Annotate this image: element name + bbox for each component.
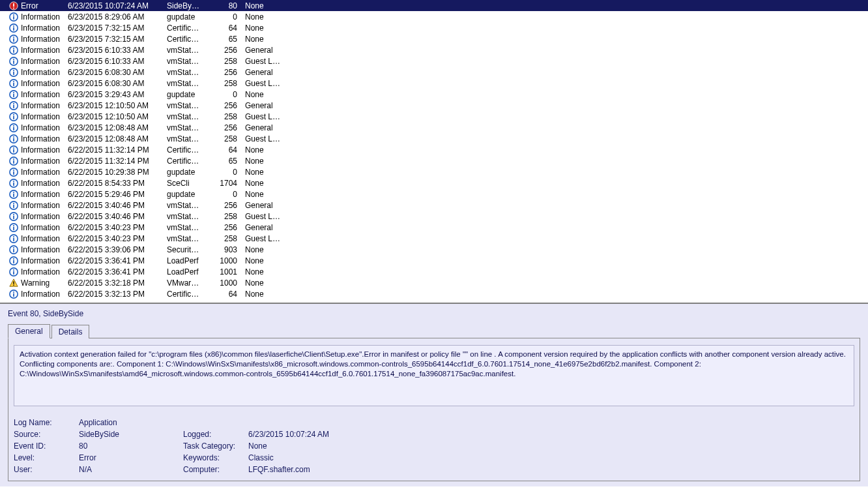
information-icon <box>9 134 18 143</box>
event-date: 6/22/2015 11:32:14 PM <box>65 144 164 155</box>
information-icon <box>9 190 18 199</box>
svg-rect-74 <box>13 271 14 274</box>
information-icon <box>9 101 18 110</box>
event-id: 258 <box>212 233 242 244</box>
warning-icon <box>9 278 18 288</box>
event-id: 1704 <box>212 177 242 188</box>
table-row[interactable]: Error6/23/2015 10:07:24 AMSideBy…80None <box>0 0 868 11</box>
event-category: None <box>242 277 288 288</box>
svg-rect-65 <box>13 237 14 241</box>
svg-rect-16 <box>13 59 14 60</box>
table-row[interactable]: Information6/22/2015 3:40:46 PMvmStat…25… <box>0 200 868 211</box>
event-category: None <box>242 22 288 33</box>
table-row[interactable]: Information6/22/2015 3:40:23 PMvmStat…25… <box>0 222 868 233</box>
table-row[interactable]: Information6/22/2015 3:39:06 PMSecurit…9… <box>0 244 868 255</box>
event-date: 6/22/2015 3:36:41 PM <box>65 266 164 277</box>
table-row[interactable]: Information6/23/2015 12:08:48 AMvmStat…2… <box>0 133 868 144</box>
table-row[interactable]: Information6/23/2015 6:08:30 AMvmStat…25… <box>0 67 868 78</box>
svg-rect-2 <box>13 7 14 8</box>
svg-rect-67 <box>13 247 14 248</box>
event-date: 6/22/2015 3:40:46 PM <box>65 211 164 222</box>
event-list-pane: Error6/23/2015 10:07:24 AMSideBy…80NoneI… <box>0 0 868 304</box>
label-keywords: Keywords: <box>183 453 248 462</box>
event-id: 0 <box>212 166 242 177</box>
svg-rect-47 <box>13 171 14 174</box>
table-row[interactable]: Information6/23/2015 6:10:33 AMvmStat…25… <box>0 44 868 55</box>
table-row[interactable]: Information6/22/2015 3:36:41 PMLoadPerf1… <box>0 255 868 266</box>
table-row[interactable]: Information6/23/2015 8:29:06 AMgupdate0N… <box>0 11 868 22</box>
table-row[interactable]: Information6/22/2015 8:54:33 PMSceCli170… <box>0 177 868 188</box>
event-source: vmStat… <box>164 211 212 222</box>
svg-rect-71 <box>13 260 14 263</box>
table-row[interactable]: Information6/23/2015 7:32:15 AMCertific…… <box>0 22 868 33</box>
event-source: Certific… <box>164 22 212 33</box>
event-message: Activation context generation failed for… <box>14 345 854 406</box>
event-id: 0 <box>212 188 242 200</box>
table-row[interactable]: Information6/22/2015 3:36:41 PMLoadPerf1… <box>0 266 868 277</box>
table-row[interactable]: Information6/22/2015 3:40:46 PMvmStat…25… <box>0 211 868 222</box>
tab-general[interactable]: General <box>8 324 50 338</box>
table-row[interactable]: Information6/23/2015 3:29:43 AMgupdate0N… <box>0 89 868 100</box>
event-level: Information <box>21 234 60 243</box>
table-row[interactable]: Information6/22/2015 11:32:14 PMCertific… <box>0 155 868 166</box>
information-icon <box>9 223 18 232</box>
event-id: 258 <box>212 78 242 89</box>
event-category: Guest L… <box>242 55 288 67</box>
event-id: 1000 <box>212 277 242 288</box>
information-icon <box>9 168 18 177</box>
table-row[interactable]: Warning6/22/2015 3:32:18 PMVMwar…1000Non… <box>0 277 868 288</box>
event-date: 6/23/2015 12:10:50 AM <box>65 100 164 111</box>
event-id: 258 <box>212 133 242 144</box>
table-row[interactable]: Information6/23/2015 6:08:30 AMvmStat…25… <box>0 78 868 89</box>
table-row[interactable]: Information6/23/2015 6:10:33 AMvmStat…25… <box>0 55 868 67</box>
svg-rect-29 <box>13 104 14 108</box>
svg-rect-79 <box>13 291 14 293</box>
information-icon <box>9 57 18 66</box>
tab-details[interactable]: Details <box>51 325 90 338</box>
table-row[interactable]: Information6/22/2015 11:32:14 PMCertific… <box>0 144 868 155</box>
event-level: Information <box>21 145 60 155</box>
event-date: 6/23/2015 6:10:33 AM <box>65 55 164 67</box>
table-row[interactable]: Information6/23/2015 12:10:50 AMvmStat…2… <box>0 111 868 122</box>
svg-rect-56 <box>13 204 14 207</box>
table-row[interactable]: Information6/23/2015 12:10:50 AMvmStat…2… <box>0 100 868 111</box>
event-category: Guest L… <box>242 78 288 89</box>
svg-rect-77 <box>13 284 14 285</box>
event-id: 256 <box>212 100 242 111</box>
svg-rect-11 <box>13 38 14 41</box>
information-icon <box>9 46 18 55</box>
table-row[interactable]: Information6/23/2015 12:08:48 AMvmStat…2… <box>0 122 868 133</box>
event-category: None <box>242 244 288 255</box>
svg-rect-38 <box>13 138 14 141</box>
event-category: None <box>242 255 288 266</box>
svg-rect-17 <box>13 60 14 63</box>
svg-rect-8 <box>13 27 14 30</box>
event-source: vmStat… <box>164 233 212 244</box>
table-row[interactable]: Information6/22/2015 5:29:46 PMgupdate0N… <box>0 188 868 200</box>
table-row[interactable]: Information6/22/2015 3:32:13 PMCertific…… <box>0 288 868 299</box>
svg-rect-59 <box>13 215 14 218</box>
event-date: 6/22/2015 3:32:18 PM <box>65 277 164 288</box>
value-keywords: Classic <box>248 453 379 462</box>
event-table[interactable]: Error6/23/2015 10:07:24 AMSideBy…80NoneI… <box>0 0 868 299</box>
event-date: 6/23/2015 12:08:48 AM <box>65 122 164 133</box>
label-task: Task Category: <box>183 441 248 451</box>
table-row[interactable]: Information6/22/2015 10:29:38 PMgupdate0… <box>0 166 868 177</box>
svg-rect-31 <box>13 114 14 115</box>
svg-rect-5 <box>13 16 14 19</box>
event-id: 80 <box>212 0 242 11</box>
table-row[interactable]: Information6/23/2015 7:32:15 AMCertific…… <box>0 33 868 44</box>
event-date: 6/22/2015 11:32:14 PM <box>65 155 164 166</box>
table-row[interactable]: Information6/22/2015 3:40:23 PMvmStat…25… <box>0 233 868 244</box>
svg-rect-76 <box>13 281 14 284</box>
event-level: Information <box>21 179 60 188</box>
event-source: vmStat… <box>164 111 212 122</box>
event-source: gupdate <box>164 89 212 100</box>
svg-rect-49 <box>13 181 14 182</box>
event-category: Guest L… <box>242 211 288 222</box>
event-id: 65 <box>212 33 242 44</box>
event-level: Information <box>21 57 60 66</box>
information-icon <box>9 212 18 221</box>
information-icon <box>9 201 18 210</box>
svg-rect-73 <box>13 269 14 271</box>
